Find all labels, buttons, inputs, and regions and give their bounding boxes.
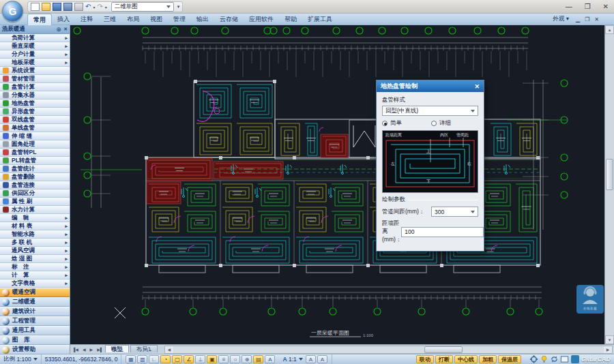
open-file-icon[interactable] [42, 3, 50, 11]
sidebar-item[interactable]: 负荷计算▸ [0, 34, 70, 42]
sidebar-item[interactable]: 盘管计算 [0, 83, 70, 91]
sidebar-item[interactable]: 属 性 刷 [0, 198, 70, 206]
sidebar-mode-工程管理[interactable]: 工程管理 [0, 316, 70, 326]
window-close-button[interactable]: ✕ [603, 1, 609, 12]
sidebar-mode-通用工具[interactable]: 通用工具 [0, 326, 70, 335]
polar-toggle[interactable]: ◔ [160, 355, 171, 363]
layout-tab-布局1[interactable]: 布局1 [130, 345, 158, 352]
save-icon[interactable] [53, 3, 61, 11]
annotation-visibility-toggle[interactable]: A [265, 355, 275, 363]
panel-pin-icon[interactable]: ◎ [57, 27, 61, 32]
sidebar-mode-二维暖通[interactable]: 二维暖通 [0, 297, 70, 307]
sidebar-item[interactable]: 盘管连接 [0, 181, 70, 189]
drawing-canvas[interactable]: 一层采暖平面图1:100 [71, 25, 604, 344]
ribbon-tab-插入[interactable]: 插入 [52, 14, 75, 25]
annotation-autoscale-toggle[interactable]: A [306, 355, 316, 363]
sidebar-item[interactable]: 水力计算 [0, 206, 70, 214]
fullscreen-icon[interactable] [560, 355, 569, 363]
sidebar-mode-暖通空调[interactable]: 暖通空调 [0, 288, 70, 297]
print-icon[interactable] [74, 3, 83, 11]
vertical-scrollbar[interactable]: ▲ ▼ [604, 25, 614, 344]
scroll-right-icon[interactable]: ▶ [604, 346, 612, 353]
new-file-icon[interactable] [31, 3, 40, 11]
dialog-titlebar[interactable]: 地热盘管绘制 ✕ [377, 80, 484, 92]
wall-distance-input[interactable] [401, 227, 484, 237]
layout-tab-模型[interactable]: 模型 [105, 345, 129, 352]
selection-cycling-toggle[interactable]: ○ [230, 355, 240, 363]
redo-icon[interactable]: ↷ [97, 3, 102, 11]
zoom-toggle[interactable]: ⊕ [242, 355, 252, 363]
sidebar-item[interactable]: 多 联 机▸ [0, 239, 70, 247]
panel-close-icon[interactable]: ✕ [63, 27, 68, 32]
save-as-icon[interactable] [63, 3, 72, 11]
snap-toggle[interactable]: ▦ [126, 355, 136, 363]
coil-style-select[interactable]: 回型(中直线) [382, 106, 478, 116]
sync-icon[interactable] [550, 355, 559, 363]
sidebar-item[interactable]: 计 算▸ [0, 271, 70, 279]
sidebar-item[interactable]: 圆角处理 [0, 140, 70, 149]
sidebar-item[interactable]: 材 料 表▸ [0, 222, 70, 230]
app-logo-icon[interactable]: G [2, 1, 23, 22]
scale-control[interactable]: 比例 1:100 [0, 354, 42, 364]
prev-layout-icon[interactable]: ◀ [81, 347, 88, 352]
doc-minimize-button[interactable]: ▁ [576, 16, 580, 22]
undo-icon[interactable]: ↶ [85, 3, 91, 11]
otrack-toggle[interactable]: ∠ [184, 355, 194, 363]
annotation-monitor-toggle[interactable]: A [317, 355, 327, 363]
doc-close-button[interactable]: ✕ [594, 16, 599, 22]
toggle-加粗[interactable]: 加粗 [479, 355, 497, 363]
vscroll-thumb[interactable] [606, 159, 613, 190]
hscroll-thumb[interactable] [424, 346, 463, 353]
ribbon-tab-注释[interactable]: 注释 [75, 14, 98, 25]
sidebar-item[interactable]: 异形盘管 [0, 108, 70, 116]
ribbon-tab-扩展工具[interactable]: 扩展工具 [302, 14, 338, 25]
window-minimize-button[interactable]: — [566, 1, 572, 12]
scroll-up-icon[interactable]: ▲ [605, 25, 614, 34]
sidebar-item[interactable]: 单线盘管 [0, 124, 70, 132]
appearance-dropdown[interactable]: 外观 ▾ [553, 15, 569, 23]
sidebar-mode-图 库[interactable]: 图 库 [0, 335, 70, 345]
sidebar-item[interactable]: PL转盘管 [0, 157, 70, 165]
sidebar-item[interactable]: 双线盘管 [0, 116, 70, 124]
scroll-left-icon[interactable]: ◀ [165, 346, 173, 353]
sidebar-mode-设置帮助[interactable]: 设置帮助 [0, 345, 70, 354]
window-maximize-button[interactable]: ❐ [585, 1, 591, 12]
sidebar-item[interactable]: 伸 缩 缝 [0, 132, 70, 140]
osnap-toggle[interactable]: ▢ [172, 355, 182, 363]
sidebar-item[interactable]: 盘管转PL [0, 149, 70, 157]
workspace-select[interactable]: 二维草图 [111, 2, 174, 12]
sidebar-item[interactable]: 地板采暖▸ [0, 59, 70, 67]
toggle-保温层[interactable]: 保温层 [498, 355, 521, 363]
redo-dropdown-icon[interactable]: ▾ [105, 5, 107, 10]
scroll-down-icon[interactable]: ▼ [605, 335, 614, 344]
sidebar-item[interactable]: 智能水路▸ [0, 230, 70, 239]
sidebar-item[interactable]: 标 注▸ [0, 263, 70, 271]
sidebar-item[interactable]: 地热盘管 [0, 100, 70, 108]
dyn-toggle[interactable]: ▣ [207, 355, 217, 363]
clean-screen-icon[interactable] [529, 355, 538, 363]
ribbon-tab-管理[interactable]: 管理 [168, 14, 191, 25]
next-layout-icon[interactable]: ▶ [88, 347, 96, 352]
ribbon-tab-视图[interactable]: 视图 [145, 14, 168, 25]
doc-restore-button[interactable]: ❐ [585, 16, 589, 22]
lineweight-toggle[interactable]: ≡ [218, 355, 229, 363]
toggle-中心线[interactable]: 中心线 [454, 355, 478, 363]
radio-simple[interactable]: 简单 [382, 119, 431, 127]
sidebar-item[interactable]: 供回区分 [0, 189, 70, 198]
ortho-toggle[interactable]: ∟ [149, 355, 159, 363]
ducs-toggle[interactable]: ⊥ [195, 355, 205, 363]
radio-detailed[interactable]: 详细 [431, 119, 451, 127]
sidebar-item[interactable]: 焓 湿 图▸ [0, 255, 70, 263]
sidebar-item[interactable]: 文字表格▸ [0, 279, 70, 288]
horizontal-scrollbar[interactable]: ◀ ▶ [164, 346, 613, 354]
quick-properties-toggle[interactable]: ▤ [253, 355, 263, 363]
annotation-scale-control[interactable]: A 1:1 A A [279, 354, 332, 364]
ribbon-tab-三维[interactable]: 三维 [98, 14, 121, 25]
ribbon-tab-输出[interactable]: 输出 [191, 14, 214, 25]
toggle-打断[interactable]: 打断 [435, 355, 453, 363]
dialog-close-icon[interactable]: ✕ [474, 83, 480, 90]
sidebar-item[interactable]: 盘管统计 [0, 165, 70, 173]
ribbon-tab-帮助[interactable]: 帮助 [279, 14, 302, 25]
toggle-联动[interactable]: 联动 [416, 355, 434, 363]
ribbon-tab-常用[interactable]: 常用 [27, 14, 52, 25]
